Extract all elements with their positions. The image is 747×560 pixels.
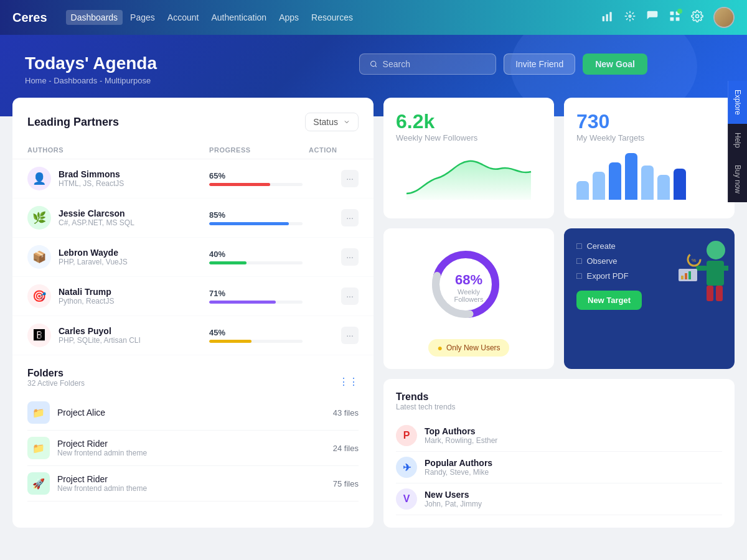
svg-rect-22 [707,261,724,286]
targets-label: My Weekly Targets [576,133,722,142]
folders-subtitle: 32 Active Folders [27,379,85,388]
targets-value: 730 [576,110,722,133]
progress-label: 65% [209,171,303,180]
partner-info: 👤 Brad Simmons HTML, JS, ReactJS [27,167,209,190]
status-dropdown[interactable]: Status [305,113,359,131]
nav-item-dashboards[interactable]: Dashboards [66,10,123,25]
user-avatar[interactable] [713,7,735,28]
chart-icon[interactable] [601,10,614,26]
table-header: AUTHORS PROGRESS ACTION [12,141,374,159]
svg-rect-28 [681,276,684,279]
donut-chart: 68% Weekly Followers [428,247,509,328]
header-actions: Invite Friend New Goal [359,54,647,75]
trend-name: New Users [425,490,482,500]
new-target-button[interactable]: New Target [576,291,642,310]
svg-line-8 [626,12,627,14]
progress-bar-bg [209,340,303,343]
navbar-icons [601,7,735,28]
svg-point-21 [707,241,725,259]
partner-skills: PHP, SQLite, Artisan CLI [59,336,141,345]
partner-skills: C#, ASP.NET, MS SQL [59,218,134,227]
trend-name: Popular Authors [425,458,492,468]
svg-point-3 [629,15,631,17]
trend-icon: P [396,425,417,446]
svg-rect-14 [670,17,674,21]
row-menu-button[interactable]: ··· [341,287,359,305]
folders-menu-icon[interactable]: ⋮⋮ [339,376,359,388]
row-menu-button[interactable]: ··· [341,170,359,187]
svg-line-9 [632,18,634,19]
folder-name: Project Rider [57,474,147,484]
nav-item-pages[interactable]: Pages [125,10,160,25]
trend-users: Randy, Steve, Mike [425,468,492,477]
svg-line-10 [626,18,627,19]
trend-users: Mark, Rowling, Esther [425,436,497,445]
explore-tab[interactable]: Explore [728,81,747,124]
target-widget-card: CereateObserveExport PDF New Target [564,228,735,369]
folder-desc: New frontend admin theme [57,449,147,457]
trends-subtitle: Latest tech trends [396,403,722,411]
leading-partners-header: Leading Partners Status [12,98,374,141]
folder-icon: 🚀 [27,472,50,495]
side-tabs: Explore Help Buy now [728,81,747,202]
bar-item [657,175,670,200]
leading-partners-title: Leading Partners [27,116,119,129]
table-row: 🅱 Carles Puyol PHP, SQLite, Artisan CLI … [12,316,374,355]
top-cards: 6.2k Weekly New Followers [383,98,735,218]
trend-users: John, Pat, Jimmy [425,500,482,508]
table-row: 👤 Brad Simmons HTML, JS, ReactJS 65% ··· [12,159,374,198]
list-item: P Top Authors Mark, Rowling, Esther [396,420,722,452]
svg-point-16 [696,14,699,17]
trend-icon: ✈ [396,457,417,478]
search-box[interactable] [359,54,496,75]
search-icon [370,60,377,68]
row-menu-button[interactable]: ··· [341,209,359,226]
list-item: 🚀 Project Rider New frontend admin theme… [27,466,359,502]
followers-chart [396,150,542,206]
bar-item [674,169,686,200]
svg-rect-26 [716,286,723,301]
help-tab[interactable]: Help [728,124,747,157]
svg-rect-23 [696,266,707,271]
partner-info: 🎯 Natali Trump Python, ReactJS [27,284,209,308]
row-menu-button[interactable]: ··· [341,327,359,344]
progress-container: 40% [209,250,309,264]
brand-logo[interactable]: Ceres [12,11,47,25]
table-row: 🎯 Natali Trump Python, ReactJS 71% ··· [12,277,374,316]
nav-item-authentication[interactable]: Authentication [206,10,271,25]
svg-line-11 [632,12,634,14]
right-panels: 6.2k Weekly New Followers [383,98,735,528]
followers-label: Weekly New Followers [396,133,542,142]
partner-name: Lebron Wayde [59,248,128,258]
nav-item-apps[interactable]: Apps [274,10,304,25]
partner-avatar: 📦 [27,245,51,269]
action-btn: ··· [309,209,359,226]
folder-desc: New frontend admin theme [57,484,147,493]
nav-item-account[interactable]: Account [162,10,204,25]
message-icon[interactable] [646,10,659,26]
partner-info: 🅱 Carles Puyol PHP, SQLite, Artisan CLI [27,324,209,347]
target-illustration: % [672,235,728,318]
settings-icon[interactable] [691,10,703,26]
progress-label: 45% [209,328,303,337]
buy-now-tab[interactable]: Buy now [728,156,747,202]
progress-container: 45% [209,328,309,343]
search-input[interactable] [383,59,486,69]
middle-cards: 68% Weekly Followers ● Only New Users Ce… [383,228,735,369]
progress-bar [209,183,270,186]
progress-container: 85% [209,210,309,225]
progress-bar-bg [209,183,303,186]
trends-card: Trends Latest tech trends P Top Authors … [383,379,735,528]
new-goal-button[interactable]: New Goal [583,54,647,75]
sparkle-icon[interactable] [624,10,636,26]
progress-bar [209,340,251,343]
row-menu-button[interactable]: ··· [341,248,359,266]
partner-name: Carles Puyol [59,326,141,336]
targets-bar-chart [576,150,722,200]
bar-item [609,162,621,200]
progress-bar [209,222,289,225]
partner-name: Natali Trump [59,287,114,297]
nav-item-resources[interactable]: Resources [306,10,358,25]
apps-icon[interactable] [669,10,681,26]
invite-friend-button[interactable]: Invite Friend [504,54,575,75]
